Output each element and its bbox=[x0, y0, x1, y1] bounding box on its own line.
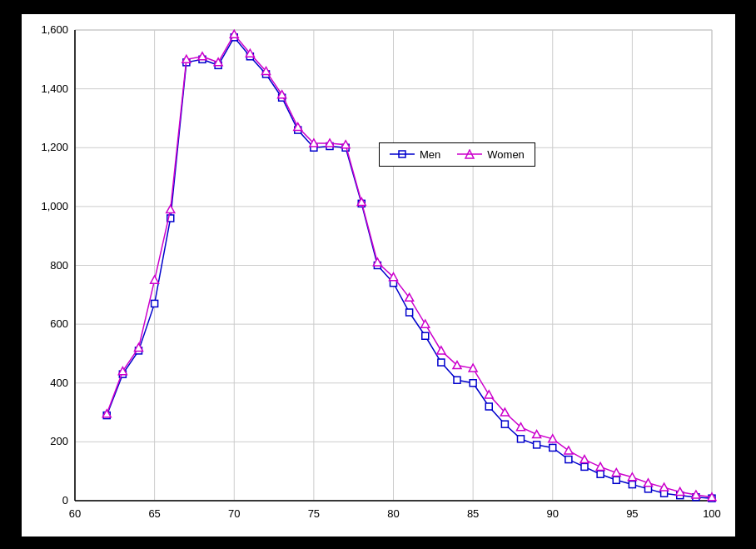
svg-text:1,400: 1,400 bbox=[41, 82, 68, 94]
svg-rect-60 bbox=[422, 332, 429, 339]
svg-text:1,000: 1,000 bbox=[41, 199, 68, 212]
svg-rect-63 bbox=[470, 379, 476, 386]
svg-rect-69 bbox=[565, 456, 572, 462]
svg-rect-70 bbox=[581, 463, 588, 470]
svg-rect-71 bbox=[597, 471, 604, 477]
legend-men-line bbox=[390, 149, 415, 159]
svg-text:800: 800 bbox=[50, 258, 68, 271]
chart-svg: 606570758085909510002004006008001,0001,2… bbox=[21, 13, 735, 537]
legend-box: Men Women bbox=[379, 142, 535, 167]
svg-rect-62 bbox=[454, 377, 460, 383]
svg-text:400: 400 bbox=[50, 376, 68, 388]
legend-women: Women bbox=[457, 148, 525, 161]
svg-text:80: 80 bbox=[387, 507, 399, 520]
svg-rect-73 bbox=[629, 481, 635, 487]
svg-text:1,600: 1,600 bbox=[41, 23, 68, 36]
svg-rect-43 bbox=[152, 300, 158, 307]
svg-text:70: 70 bbox=[228, 507, 240, 520]
svg-text:100: 100 bbox=[703, 507, 721, 520]
chart-container: 606570758085909510002004006008001,0001,2… bbox=[20, 12, 736, 537]
svg-rect-65 bbox=[501, 421, 508, 427]
svg-text:65: 65 bbox=[148, 507, 160, 520]
svg-rect-59 bbox=[406, 309, 413, 316]
svg-text:90: 90 bbox=[547, 507, 559, 520]
svg-text:0: 0 bbox=[62, 494, 68, 507]
svg-rect-61 bbox=[438, 359, 445, 366]
svg-rect-68 bbox=[550, 444, 556, 451]
legend-women-line bbox=[457, 149, 482, 159]
svg-text:200: 200 bbox=[50, 435, 68, 447]
legend-men-label: Men bbox=[420, 148, 440, 161]
svg-rect-64 bbox=[485, 403, 492, 410]
svg-rect-66 bbox=[518, 435, 525, 442]
svg-text:60: 60 bbox=[69, 507, 81, 520]
svg-text:600: 600 bbox=[50, 317, 68, 330]
svg-rect-72 bbox=[613, 477, 619, 483]
legend-women-label: Women bbox=[487, 148, 525, 161]
legend-men: Men bbox=[390, 148, 440, 161]
svg-rect-67 bbox=[534, 441, 540, 447]
svg-text:95: 95 bbox=[626, 507, 638, 520]
svg-text:75: 75 bbox=[308, 507, 320, 520]
svg-text:1,200: 1,200 bbox=[41, 141, 68, 153]
svg-text:85: 85 bbox=[467, 507, 479, 520]
